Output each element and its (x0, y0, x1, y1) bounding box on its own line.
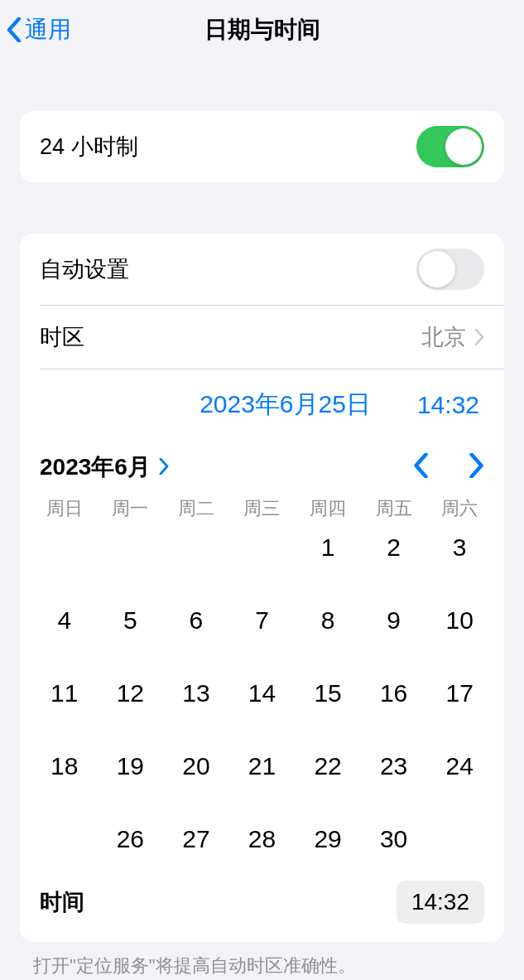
calendar-day[interactable]: 8 (295, 601, 361, 640)
chevron-right-icon (159, 454, 169, 480)
auto-set-row: 自动设置 (20, 234, 504, 305)
footnote-text: 打开"定位服务"将提高自动时区准确性。 (0, 942, 524, 978)
weekday-label: 周四 (295, 496, 361, 521)
calendar-day[interactable]: 12 (98, 673, 164, 713)
twenty-four-hour-toggle[interactable] (416, 126, 484, 167)
chevron-right-icon (469, 453, 484, 478)
weekday-label: 周一 (98, 496, 164, 521)
weekday-label: 周二 (163, 496, 229, 521)
calendar-day[interactable]: 5 (98, 601, 164, 640)
weekday-label: 周日 (31, 496, 98, 521)
weekday-header-row: 周日周一周二周三周四周五周六 (20, 491, 504, 524)
calendar-day[interactable]: 3 (426, 528, 493, 567)
chevron-right-icon (474, 329, 484, 345)
calendar-day[interactable]: 20 (163, 746, 229, 786)
calendar-day[interactable]: 14 (229, 673, 296, 713)
back-label: 通用 (25, 14, 71, 46)
chevron-left-icon (413, 453, 429, 478)
calendar-day[interactable]: 4 (31, 601, 98, 640)
calendar-day[interactable]: 26 (98, 819, 164, 859)
auto-set-label: 自动设置 (40, 254, 129, 284)
calendar-day[interactable]: 19 (98, 746, 164, 786)
page-title: 日期与时间 (0, 14, 524, 46)
calendar-day[interactable]: 17 (426, 673, 493, 713)
calendar-day[interactable]: 23 (361, 746, 427, 786)
calendar-day[interactable]: 27 (163, 819, 229, 859)
calendar-day[interactable]: 18 (31, 746, 98, 786)
time-picker-button[interactable]: 14:32 (397, 881, 484, 924)
timezone-label: 时区 (40, 322, 84, 352)
calendar-day[interactable]: 7 (229, 601, 296, 640)
calendar-day[interactable]: 13 (163, 673, 229, 713)
weekday-label: 周五 (361, 496, 427, 521)
calendar-day[interactable]: 22 (295, 746, 361, 786)
twenty-four-hour-label: 24 小时制 (40, 132, 138, 162)
calendar-grid: 1234567891011121314151617181920212223242… (20, 524, 504, 871)
calendar-day[interactable]: 9 (361, 601, 427, 640)
next-month-button[interactable] (469, 453, 484, 481)
weekday-label: 周六 (426, 496, 493, 521)
month-label: 2023年6月 (40, 451, 151, 483)
calendar-day[interactable]: 16 (361, 673, 427, 713)
calendar-day[interactable]: 24 (426, 746, 493, 786)
chevron-left-icon (7, 17, 22, 42)
weekday-label: 周三 (229, 496, 296, 521)
twenty-four-hour-row: 24 小时制 (20, 111, 504, 182)
back-button[interactable]: 通用 (7, 14, 71, 46)
calendar-day[interactable]: 21 (229, 746, 296, 786)
timezone-row[interactable]: 时区 北京 (20, 306, 504, 369)
calendar-day[interactable]: 30 (361, 819, 427, 859)
selected-time[interactable]: 14:32 (417, 391, 484, 419)
calendar-day[interactable]: 11 (31, 673, 98, 713)
selected-date[interactable]: 2023年6月25日 (200, 388, 371, 422)
month-picker-button[interactable]: 2023年6月 (40, 451, 169, 483)
timezone-value: 北京 (421, 322, 466, 352)
time-row: 时间 14:32 (20, 871, 504, 942)
prev-month-button[interactable] (413, 453, 429, 481)
time-label: 时间 (40, 887, 84, 917)
calendar-day[interactable]: 2 (361, 528, 427, 567)
calendar-day[interactable]: 25 (31, 819, 98, 859)
auto-set-toggle[interactable] (416, 249, 484, 290)
calendar-day[interactable]: 15 (295, 673, 361, 713)
calendar-day[interactable]: 1 (295, 528, 361, 567)
selected-date-time-row: 2023年6月25日 14:32 (20, 369, 504, 440)
calendar-day[interactable]: 29 (295, 819, 361, 859)
calendar-day[interactable]: 10 (426, 601, 493, 640)
calendar-day[interactable]: 28 (229, 819, 296, 859)
calendar-day[interactable]: 6 (163, 601, 229, 640)
